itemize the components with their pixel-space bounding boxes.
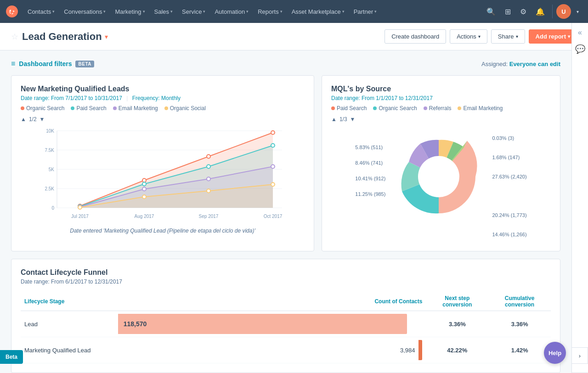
filters-icon: ≡ — [11, 60, 15, 68]
mqls-line-chart-card: New Marketing Qualified Leads Date range… — [11, 75, 314, 251]
funnel-date: Date range: From 6/1/2017 to 12/31/2017 — [21, 278, 551, 285]
legend-dot-organic-search — [21, 106, 24, 110]
beta-button[interactable]: Beta — [0, 350, 23, 364]
donut-label-top: 0.03% (3) — [492, 135, 526, 141]
main-content: ≡ Dashboard filters BETA Assigned: Every… — [0, 50, 571, 373]
assigned-value[interactable]: Everyone can edit — [509, 61, 560, 67]
legend-organic-social: Organic Social — [164, 105, 206, 111]
partner-caret: ▾ — [374, 9, 377, 14]
user-menu-caret[interactable]: ▾ — [573, 6, 582, 17]
chart1-page-nav: ▲ 1/2 ▼ — [21, 116, 305, 122]
chart1-next-icon[interactable]: ▼ — [40, 116, 45, 122]
chart1-separator: | — [126, 95, 128, 101]
legend-email-marketing: Email Marketing — [113, 105, 158, 111]
chart1-prev-icon[interactable]: ▲ — [21, 116, 26, 122]
filters-bar: ≡ Dashboard filters BETA Assigned: Every… — [11, 60, 560, 68]
svg-text:7.5K: 7.5K — [45, 148, 54, 153]
mqls-by-source-card: MQL's by Source Date range: From 1/1/201… — [322, 75, 560, 251]
search-button[interactable]: 🔍 — [483, 5, 499, 19]
svg-text:Jul 2017: Jul 2017 — [71, 214, 89, 219]
donut-label-8: 11.25% (985) — [355, 191, 385, 197]
chart2-legend: Paid Search Organic Search Referrals Ema… — [331, 105, 551, 111]
organic-social-dot-4 — [271, 183, 275, 186]
paid-search-dot-3 — [207, 165, 210, 168]
share-button[interactable]: Share ▾ — [491, 29, 525, 44]
asset-marketplace-caret: ▾ — [342, 9, 345, 14]
hubspot-logo[interactable] — [6, 5, 18, 18]
next-conversion-lead: 3.36% — [426, 311, 488, 337]
nav-contacts[interactable]: Contacts ▾ — [24, 6, 58, 18]
notifications-icon[interactable]: 🔔 — [532, 5, 548, 19]
donut-label-7: 10.41% (912) — [355, 176, 385, 181]
cumulative-conversion-lead: 3.36% — [488, 311, 551, 337]
chat-icon[interactable]: 💬 — [575, 44, 585, 54]
create-dashboard-button[interactable]: Create dashboard — [384, 29, 446, 44]
filters-left: ≡ Dashboard filters BETA — [11, 60, 94, 68]
chart2-next-icon[interactable]: ▼ — [350, 116, 356, 122]
nav-marketing[interactable]: Marketing ▾ — [111, 6, 148, 18]
legend-label-organic-search: Organic Search — [26, 105, 64, 111]
donut-label-1: 1.68% (147) — [492, 155, 526, 160]
organic-search-dot-2 — [142, 178, 146, 182]
chart1-legend: Organic Search Paid Search Email Marketi… — [21, 105, 305, 111]
organic-social-dot-1 — [78, 206, 82, 209]
legend-label-organic-social: Organic Social — [170, 105, 206, 111]
nav-asset-marketplace[interactable]: Asset Marketplace ▾ — [288, 6, 348, 18]
nav-service[interactable]: Service ▾ — [178, 6, 209, 18]
service-caret: ▾ — [203, 9, 205, 14]
assigned-section: Assigned: Everyone can edit — [481, 61, 560, 67]
title-dropdown-caret[interactable]: ▾ — [105, 33, 108, 40]
legend2-paid-search: Paid Search — [331, 105, 367, 111]
help-button[interactable]: Help — [544, 342, 566, 364]
legend-dot-organic-social — [164, 106, 168, 110]
donut-label-5: 5.83% (511) — [355, 145, 385, 150]
favorite-star-icon[interactable]: ☆ — [11, 32, 18, 42]
marketplace-icon[interactable]: ⊞ — [501, 5, 514, 19]
svg-text:2.5K: 2.5K — [45, 186, 54, 191]
col-lifecycle-stage: Lifecycle Stage — [21, 292, 114, 311]
nav-automation[interactable]: Automation ▾ — [211, 6, 252, 18]
svg-text:10K: 10K — [46, 128, 54, 134]
legend-label-email-marketing: Email Marketing — [119, 105, 158, 111]
legend2-email-marketing: Email Marketing — [458, 105, 503, 111]
donut-label-6: 8.46% (741) — [355, 160, 385, 166]
nav-partner[interactable]: Partner ▾ — [350, 6, 381, 18]
cumulative-conversion-mql: 1.42% — [488, 337, 551, 363]
contacts-caret: ▾ — [52, 9, 55, 14]
bar-fill-lead: 118,570 — [118, 314, 407, 334]
chart2-page: 1/3 — [339, 116, 347, 122]
funnel-table: Lifecycle Stage Count of Contacts Next s… — [21, 292, 551, 363]
next-arrow-button[interactable]: › — [571, 347, 588, 364]
add-report-button[interactable]: Add report ▾ — [529, 29, 577, 44]
bar-bg-mql: 3,984 — [118, 340, 423, 360]
legend2-dot-organic-search — [373, 106, 377, 110]
funnel-card: Contact Lifecycle Funnel Date range: Fro… — [11, 259, 560, 373]
collapse-button[interactable]: « — [578, 28, 582, 37]
organic-search-dot-4 — [271, 131, 275, 134]
subheader-actions: Create dashboard Actions ▾ Share ▾ Add r… — [384, 29, 577, 44]
share-caret: ▾ — [516, 34, 518, 39]
nav-sales[interactable]: Sales ▾ — [151, 6, 177, 18]
paid-search-dot-4 — [271, 144, 275, 147]
svg-text:Aug 2017: Aug 2017 — [135, 214, 154, 219]
collapse-panel: « 💬 — [571, 23, 588, 373]
table-row-lead: Lead 118,570 3.36% 3.36% — [21, 311, 551, 337]
legend2-dot-referrals — [424, 106, 427, 110]
actions-caret: ▾ — [478, 34, 481, 39]
user-avatar[interactable]: U — [556, 4, 571, 19]
organic-social-dot-2 — [142, 195, 146, 199]
actions-button[interactable]: Actions ▾ — [450, 29, 487, 44]
legend2-referrals: Referrals — [424, 105, 452, 111]
dashboard-filters-label[interactable]: Dashboard filters — [19, 60, 72, 67]
table-row-mql: Marketing Qualified Lead 3,984 42.22% 1.… — [21, 337, 551, 363]
chart2-prev-icon[interactable]: ▲ — [331, 116, 337, 122]
lifecycle-stage-lead: Lead — [21, 311, 114, 337]
col-cumulative-conversion: Cumulative conversion — [488, 292, 551, 311]
svg-text:5K: 5K — [49, 167, 55, 172]
chart2-title: MQL's by Source — [331, 85, 551, 93]
organic-search-dot-3 — [207, 155, 210, 158]
nav-reports[interactable]: Reports ▾ — [254, 6, 286, 18]
settings-icon[interactable]: ⚙ — [516, 5, 530, 19]
nav-conversations[interactable]: Conversations ▾ — [60, 6, 109, 18]
donut-svg — [393, 131, 485, 223]
